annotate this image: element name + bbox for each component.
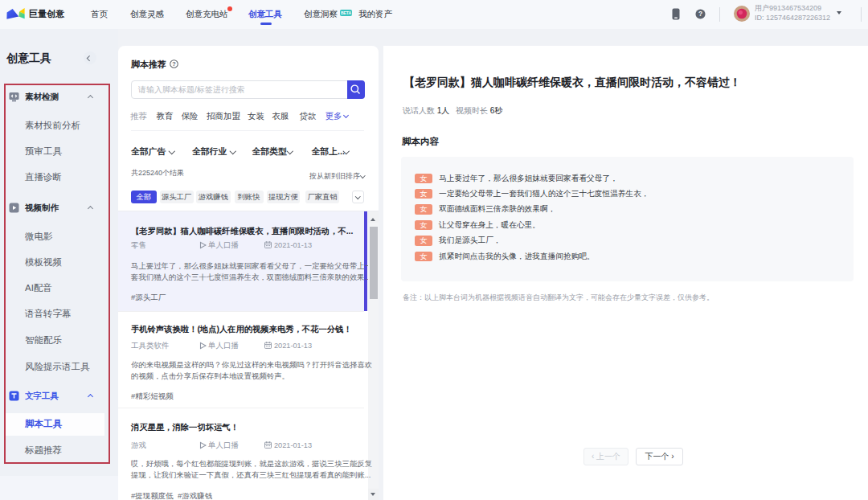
svg-text:?: ? [698,10,702,18]
svg-text:?: ? [172,60,176,68]
